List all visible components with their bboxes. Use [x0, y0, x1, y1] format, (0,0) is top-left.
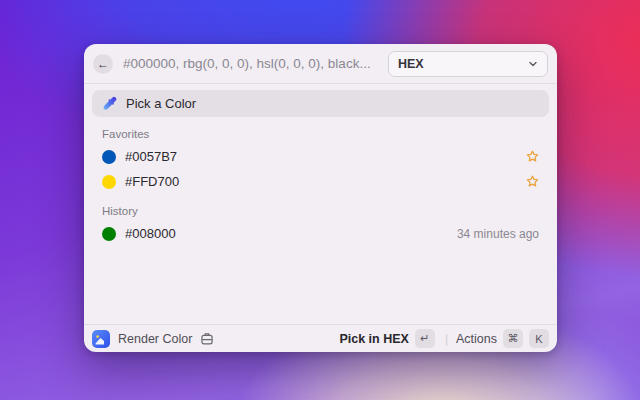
color-swatch-yellow	[102, 175, 116, 189]
back-arrow-icon: ←	[97, 57, 109, 71]
history-color-row[interactable]: #008000 34 minutes ago	[92, 221, 549, 246]
command-key-icon: ⌘	[503, 329, 523, 348]
printer-icon	[200, 332, 214, 346]
favorites-section-title: Favorites	[102, 128, 549, 140]
pick-a-color-label: Pick a Color	[126, 96, 196, 111]
search-bar: ← #000000, rbg(0, 0, 0), hsl(0, 0, 0), b…	[84, 44, 557, 84]
extension-name: Render Color	[118, 332, 192, 346]
favorite-color-row[interactable]: #FFD700	[92, 169, 549, 194]
color-swatch-blue	[102, 150, 116, 164]
render-color-app-icon	[92, 330, 110, 348]
format-dropdown-value: HEX	[398, 57, 424, 71]
action-bar: Render Color Pick in HEX ↵ | Actions ⌘ K	[84, 324, 557, 352]
favorite-star-icon[interactable]	[526, 150, 539, 163]
history-timestamp: 34 minutes ago	[457, 227, 539, 241]
actions-menu-button[interactable]: Actions	[456, 332, 497, 346]
footer-divider: |	[445, 332, 448, 346]
k-key-icon: K	[529, 329, 549, 348]
color-picker-window: ← #000000, rbg(0, 0, 0), hsl(0, 0, 0), b…	[84, 44, 557, 352]
footer-actions: Pick in HEX ↵ | Actions ⌘ K	[339, 329, 549, 348]
favorite-star-icon[interactable]	[526, 175, 539, 188]
color-hex-label: #FFD700	[125, 174, 179, 189]
search-input[interactable]: #000000, rbg(0, 0, 0), hsl(0, 0, 0), bla…	[123, 56, 388, 71]
pick-a-color-row[interactable]: Pick a Color	[92, 90, 549, 117]
eyedropper-icon	[102, 96, 117, 111]
color-swatch-green	[102, 227, 116, 241]
return-key-icon: ↵	[415, 329, 435, 348]
desktop-wallpaper: ← #000000, rbg(0, 0, 0), hsl(0, 0, 0), b…	[0, 0, 640, 400]
chevron-down-icon	[528, 59, 538, 69]
primary-action-button[interactable]: Pick in HEX	[339, 332, 408, 346]
favorite-color-row[interactable]: #0057B7	[92, 144, 549, 169]
list-body: Pick a Color Favorites #0057B7 #FFD700 H…	[84, 84, 557, 324]
history-section-title: History	[102, 205, 549, 217]
back-button[interactable]: ←	[93, 54, 113, 74]
color-hex-label: #008000	[125, 226, 176, 241]
format-dropdown[interactable]: HEX	[388, 51, 548, 77]
color-hex-label: #0057B7	[125, 149, 177, 164]
